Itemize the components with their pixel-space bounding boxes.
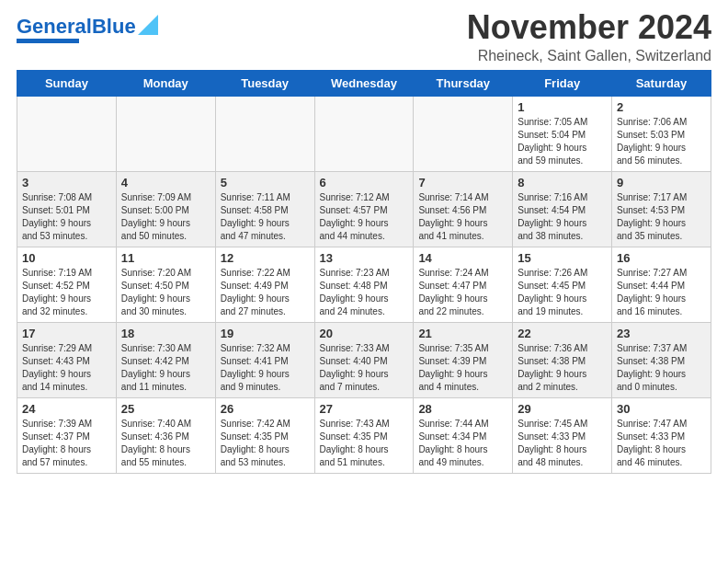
day-info: Sunrise: 7:32 AM Sunset: 4:41 PM Dayligh… — [221, 342, 310, 394]
day-info: Sunrise: 7:35 AM Sunset: 4:39 PM Dayligh… — [418, 342, 507, 394]
day-number: 19 — [221, 327, 310, 340]
calendar-week-3: 10Sunrise: 7:19 AM Sunset: 4:52 PM Dayli… — [17, 247, 711, 322]
calendar-cell: 8Sunrise: 7:16 AM Sunset: 4:54 PM Daylig… — [513, 171, 612, 247]
calendar-cell: 28Sunrise: 7:44 AM Sunset: 4:34 PM Dayli… — [414, 397, 513, 473]
calendar-cell: 26Sunrise: 7:42 AM Sunset: 4:35 PM Dayli… — [215, 397, 314, 473]
logo: GeneralBlue — [17, 15, 158, 43]
calendar-cell: 7Sunrise: 7:14 AM Sunset: 4:56 PM Daylig… — [414, 171, 513, 247]
calendar-week-2: 3Sunrise: 7:08 AM Sunset: 5:01 PM Daylig… — [17, 171, 711, 247]
day-info: Sunrise: 7:20 AM Sunset: 4:50 PM Dayligh… — [121, 267, 210, 318]
day-number: 13 — [320, 251, 409, 265]
logo-triangle-icon — [138, 15, 158, 35]
day-info: Sunrise: 7:19 AM Sunset: 4:52 PM Dayligh… — [22, 267, 111, 318]
calendar-cell: 14Sunrise: 7:24 AM Sunset: 4:47 PM Dayli… — [414, 247, 513, 322]
calendar-cell: 22Sunrise: 7:36 AM Sunset: 4:38 PM Dayli… — [513, 322, 612, 397]
day-info: Sunrise: 7:42 AM Sunset: 4:35 PM Dayligh… — [221, 418, 310, 469]
day-number: 6 — [320, 176, 409, 190]
header: GeneralBlue November 2024 Rheineck, Sain… — [17, 9, 711, 64]
calendar-cell: 25Sunrise: 7:40 AM Sunset: 4:36 PM Dayli… — [116, 397, 215, 473]
day-number: 20 — [320, 327, 409, 340]
weekday-header-sunday: Sunday — [17, 70, 117, 96]
calendar-cell: 9Sunrise: 7:17 AM Sunset: 4:53 PM Daylig… — [612, 171, 711, 247]
day-number: 14 — [418, 251, 507, 265]
day-info: Sunrise: 7:36 AM Sunset: 4:38 PM Dayligh… — [518, 342, 607, 394]
day-number: 4 — [121, 176, 210, 190]
weekday-header-wednesday: Wednesday — [314, 70, 414, 96]
logo-text-blue-label: Blue — [92, 15, 136, 38]
page: GeneralBlue November 2024 Rheineck, Sain… — [0, 0, 728, 490]
day-info: Sunrise: 7:11 AM Sunset: 4:58 PM Dayligh… — [221, 191, 310, 243]
day-number: 25 — [121, 402, 210, 416]
logo-text-general-label: General — [17, 15, 92, 38]
day-number: 29 — [518, 402, 607, 416]
calendar-cell: 12Sunrise: 7:22 AM Sunset: 4:49 PM Dayli… — [215, 247, 314, 322]
day-number: 22 — [518, 327, 607, 340]
svg-marker-0 — [138, 15, 158, 35]
day-info: Sunrise: 7:22 AM Sunset: 4:49 PM Dayligh… — [221, 267, 310, 318]
weekday-header-monday: Monday — [116, 70, 215, 96]
calendar-cell: 24Sunrise: 7:39 AM Sunset: 4:37 PM Dayli… — [17, 397, 117, 473]
day-number: 16 — [617, 251, 706, 265]
day-info: Sunrise: 7:29 AM Sunset: 4:43 PM Dayligh… — [22, 342, 111, 394]
calendar-cell: 19Sunrise: 7:32 AM Sunset: 4:41 PM Dayli… — [215, 322, 314, 397]
day-number: 5 — [221, 176, 310, 190]
day-number: 23 — [617, 327, 706, 340]
day-number: 24 — [22, 402, 111, 416]
calendar-cell: 2Sunrise: 7:06 AM Sunset: 5:03 PM Daylig… — [612, 96, 711, 171]
day-info: Sunrise: 7:09 AM Sunset: 5:00 PM Dayligh… — [121, 191, 210, 243]
calendar-cell — [414, 96, 513, 171]
day-number: 28 — [418, 402, 507, 416]
day-info: Sunrise: 7:06 AM Sunset: 5:03 PM Dayligh… — [617, 116, 706, 167]
day-number: 9 — [617, 176, 706, 190]
day-number: 18 — [121, 327, 210, 340]
location: Rheineck, Saint Gallen, Switzerland — [467, 48, 711, 64]
day-number: 11 — [121, 251, 210, 265]
calendar-cell: 1Sunrise: 7:05 AM Sunset: 5:04 PM Daylig… — [513, 96, 612, 171]
day-info: Sunrise: 7:17 AM Sunset: 4:53 PM Dayligh… — [617, 191, 706, 243]
day-info: Sunrise: 7:45 AM Sunset: 4:33 PM Dayligh… — [518, 418, 607, 469]
title-block: November 2024 Rheineck, Saint Gallen, Sw… — [467, 9, 711, 64]
calendar-cell — [17, 96, 117, 171]
day-number: 10 — [22, 251, 111, 265]
day-info: Sunrise: 7:14 AM Sunset: 4:56 PM Dayligh… — [418, 191, 507, 243]
day-info: Sunrise: 7:44 AM Sunset: 4:34 PM Dayligh… — [418, 418, 507, 469]
calendar-cell: 16Sunrise: 7:27 AM Sunset: 4:44 PM Dayli… — [612, 247, 711, 322]
calendar-cell: 29Sunrise: 7:45 AM Sunset: 4:33 PM Dayli… — [513, 397, 612, 473]
day-info: Sunrise: 7:47 AM Sunset: 4:33 PM Dayligh… — [617, 418, 706, 469]
calendar-cell: 30Sunrise: 7:47 AM Sunset: 4:33 PM Dayli… — [612, 397, 711, 473]
day-number: 27 — [320, 402, 409, 416]
day-number: 26 — [221, 402, 310, 416]
calendar-cell — [314, 96, 414, 171]
logo-text-general: GeneralBlue — [17, 17, 136, 37]
calendar-cell: 3Sunrise: 7:08 AM Sunset: 5:01 PM Daylig… — [17, 171, 117, 247]
calendar-week-4: 17Sunrise: 7:29 AM Sunset: 4:43 PM Dayli… — [17, 322, 711, 397]
calendar-cell: 27Sunrise: 7:43 AM Sunset: 4:35 PM Dayli… — [314, 397, 414, 473]
day-number: 3 — [22, 176, 111, 190]
day-info: Sunrise: 7:12 AM Sunset: 4:57 PM Dayligh… — [320, 191, 409, 243]
calendar-cell: 5Sunrise: 7:11 AM Sunset: 4:58 PM Daylig… — [215, 171, 314, 247]
day-number: 30 — [617, 402, 706, 416]
day-number: 1 — [518, 100, 607, 114]
calendar-cell — [215, 96, 314, 171]
calendar-cell: 20Sunrise: 7:33 AM Sunset: 4:40 PM Dayli… — [314, 322, 414, 397]
calendar-cell: 11Sunrise: 7:20 AM Sunset: 4:50 PM Dayli… — [116, 247, 215, 322]
day-number: 21 — [418, 327, 507, 340]
day-info: Sunrise: 7:39 AM Sunset: 4:37 PM Dayligh… — [22, 418, 111, 469]
day-info: Sunrise: 7:23 AM Sunset: 4:48 PM Dayligh… — [320, 267, 409, 318]
calendar-week-1: 1Sunrise: 7:05 AM Sunset: 5:04 PM Daylig… — [17, 96, 711, 171]
day-number: 7 — [418, 176, 507, 190]
calendar-cell — [116, 96, 215, 171]
day-number: 8 — [518, 176, 607, 190]
weekday-header-thursday: Thursday — [414, 70, 513, 96]
day-info: Sunrise: 7:26 AM Sunset: 4:45 PM Dayligh… — [518, 267, 607, 318]
calendar-week-5: 24Sunrise: 7:39 AM Sunset: 4:37 PM Dayli… — [17, 397, 711, 473]
day-number: 15 — [518, 251, 607, 265]
logo-blue-bar — [17, 39, 79, 43]
day-info: Sunrise: 7:27 AM Sunset: 4:44 PM Dayligh… — [617, 267, 706, 318]
day-info: Sunrise: 7:43 AM Sunset: 4:35 PM Dayligh… — [320, 418, 409, 469]
day-number: 2 — [617, 100, 706, 114]
day-info: Sunrise: 7:08 AM Sunset: 5:01 PM Dayligh… — [22, 191, 111, 243]
day-info: Sunrise: 7:30 AM Sunset: 4:42 PM Dayligh… — [121, 342, 210, 394]
calendar-cell: 10Sunrise: 7:19 AM Sunset: 4:52 PM Dayli… — [17, 247, 117, 322]
calendar-cell: 4Sunrise: 7:09 AM Sunset: 5:00 PM Daylig… — [116, 171, 215, 247]
